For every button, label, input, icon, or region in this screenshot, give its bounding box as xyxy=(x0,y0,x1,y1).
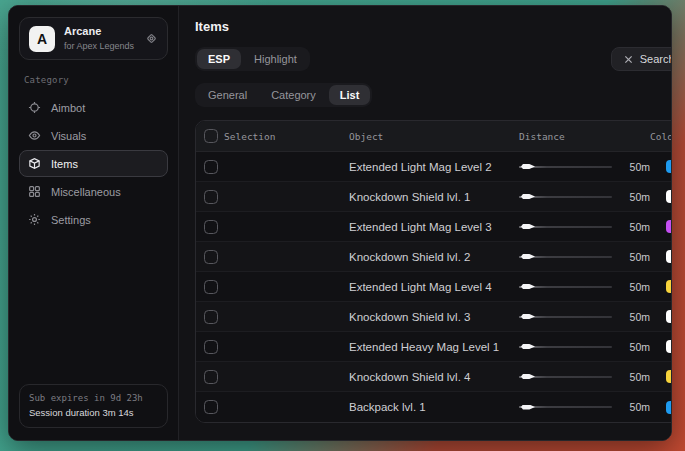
row-checkbox[interactable] xyxy=(204,280,218,294)
app-window: A Arcane for Apex Legends Category Aimbo… xyxy=(8,5,672,441)
mode-tabs: ESP Highlight xyxy=(195,47,310,71)
table-row: Knockdown Shield lvl. 4 50m xyxy=(196,362,672,392)
sub-expires-text: Sub expires in 9d 23h xyxy=(29,392,158,406)
crosshair-pin-icon[interactable] xyxy=(145,32,158,45)
object-label: Knockdown Shield lvl. 2 xyxy=(349,251,470,263)
toolbar-row: ESP Highlight Search xyxy=(195,47,672,71)
tab-general[interactable]: General xyxy=(197,85,258,105)
slider-knob[interactable] xyxy=(521,344,535,349)
slider-knob[interactable] xyxy=(521,254,535,259)
app-subtitle: for Apex Legends xyxy=(64,41,136,52)
row-checkbox[interactable] xyxy=(204,160,218,174)
slider-knob[interactable] xyxy=(521,164,535,169)
slider-knob[interactable] xyxy=(521,314,535,319)
distance-slider[interactable] xyxy=(519,311,612,323)
table-row: Extended Heavy Mag Level 1 50m xyxy=(196,332,672,362)
row-checkbox[interactable] xyxy=(204,190,218,204)
table-row: Knockdown Shield lvl. 3 50m xyxy=(196,302,672,332)
app-logo: A xyxy=(29,26,55,52)
distance-value: 50m xyxy=(630,371,650,383)
eye-icon xyxy=(28,129,41,142)
distance-value: 50m xyxy=(630,221,650,233)
search-button-label: Search xyxy=(640,53,672,65)
color-swatch[interactable] xyxy=(666,190,672,203)
box-icon xyxy=(28,157,41,170)
row-checkbox[interactable] xyxy=(204,220,218,234)
distance-slider[interactable] xyxy=(519,191,612,203)
table-row: Extended Light Mag Level 2 50m xyxy=(196,152,672,182)
slider-knob[interactable] xyxy=(521,224,535,229)
sidebar-item-label: Items xyxy=(51,158,78,170)
tab-list[interactable]: List xyxy=(329,85,371,105)
row-checkbox[interactable] xyxy=(204,310,218,324)
object-label: Extended Light Mag Level 4 xyxy=(349,281,492,293)
distance-slider[interactable] xyxy=(519,221,612,233)
sidebar: A Arcane for Apex Legends Category Aimbo… xyxy=(9,6,179,440)
slider-knob[interactable] xyxy=(521,374,535,379)
color-swatch[interactable] xyxy=(666,280,672,293)
distance-slider[interactable] xyxy=(519,401,612,413)
subscription-info-card: Sub expires in 9d 23h Session duration 3… xyxy=(19,384,168,428)
tab-highlight[interactable]: Highlight xyxy=(243,49,308,69)
color-swatch[interactable] xyxy=(666,310,672,323)
distance-value: 50m xyxy=(630,161,650,173)
grid-icon xyxy=(28,185,41,198)
sidebar-item-items[interactable]: Items xyxy=(19,150,168,177)
sidebar-item-aimbot[interactable]: Aimbot xyxy=(19,94,168,121)
distance-value: 50m xyxy=(630,281,650,293)
tab-category[interactable]: Category xyxy=(260,85,327,105)
object-label: Extended Light Mag Level 3 xyxy=(349,221,492,233)
distance-value: 50m xyxy=(630,191,650,203)
column-header-object: Object xyxy=(349,131,519,142)
distance-slider[interactable] xyxy=(519,281,612,293)
app-name: Arcane xyxy=(64,25,136,39)
sidebar-section-label: Category xyxy=(24,75,163,85)
sidebar-item-miscellaneous[interactable]: Miscellaneous xyxy=(19,178,168,205)
view-tabs: General Category List xyxy=(195,83,372,107)
distance-value: 50m xyxy=(630,251,650,263)
color-swatch[interactable] xyxy=(666,370,672,383)
sidebar-item-label: Settings xyxy=(51,214,91,226)
page-title: Items xyxy=(195,19,672,34)
column-header-color: Color xyxy=(650,131,672,142)
row-checkbox[interactable] xyxy=(204,370,218,384)
sidebar-item-label: Miscellaneous xyxy=(51,186,121,198)
column-header-selection: Selection xyxy=(224,131,349,142)
table-row: Knockdown Shield lvl. 2 50m xyxy=(196,242,672,272)
row-checkbox[interactable] xyxy=(204,250,218,264)
app-meta: Arcane for Apex Legends xyxy=(64,25,136,52)
row-checkbox[interactable] xyxy=(204,400,218,414)
color-swatch[interactable] xyxy=(666,220,672,233)
slider-knob[interactable] xyxy=(521,284,535,289)
color-swatch[interactable] xyxy=(666,340,672,353)
object-label: Extended Heavy Mag Level 1 xyxy=(349,341,499,353)
object-label: Knockdown Shield lvl. 3 xyxy=(349,311,470,323)
items-table: Selection Object Distance Color Extended… xyxy=(195,120,672,423)
distance-slider[interactable] xyxy=(519,251,612,263)
color-swatch[interactable] xyxy=(666,160,672,173)
object-label: Knockdown Shield lvl. 1 xyxy=(349,191,470,203)
gear-icon xyxy=(28,213,41,226)
search-icon xyxy=(624,55,633,64)
color-swatch[interactable] xyxy=(666,401,672,414)
object-label: Backpack lvl. 1 xyxy=(349,401,426,413)
slider-knob[interactable] xyxy=(521,194,535,199)
distance-value: 50m xyxy=(630,401,650,413)
tab-esp[interactable]: ESP xyxy=(197,49,241,69)
sidebar-item-settings[interactable]: Settings xyxy=(19,206,168,233)
select-all-checkbox[interactable] xyxy=(204,129,218,143)
table-row: Extended Light Mag Level 3 50m xyxy=(196,212,672,242)
color-swatch[interactable] xyxy=(666,250,672,263)
sidebar-item-visuals[interactable]: Visuals xyxy=(19,122,168,149)
search-button[interactable]: Search xyxy=(611,47,672,71)
table-row: Backpack lvl. 1 50m xyxy=(196,392,672,422)
distance-slider[interactable] xyxy=(519,371,612,383)
table-row: Extended Light Mag Level 4 50m xyxy=(196,272,672,302)
row-checkbox[interactable] xyxy=(204,340,218,354)
app-header-card: A Arcane for Apex Legends xyxy=(19,17,168,60)
distance-slider[interactable] xyxy=(519,161,612,173)
table-body: Extended Light Mag Level 2 50m Knockdown… xyxy=(196,152,672,422)
session-duration-text: Session duration 3m 14s xyxy=(29,406,158,420)
distance-value: 50m xyxy=(630,341,650,353)
distance-slider[interactable] xyxy=(519,341,612,353)
